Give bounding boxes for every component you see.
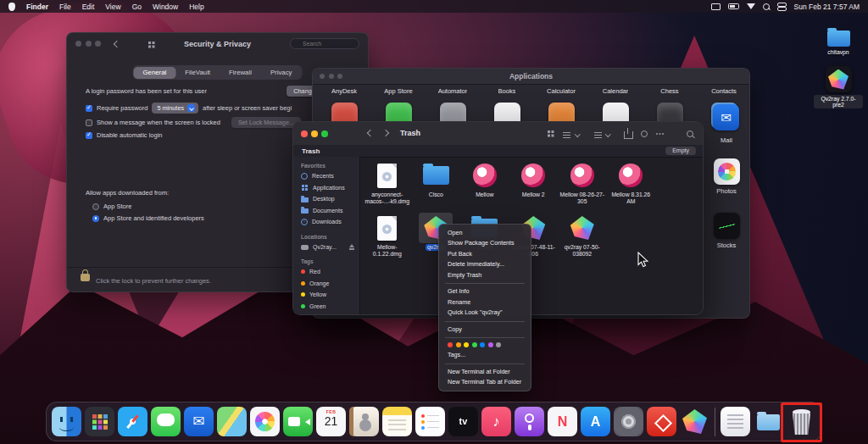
file-item[interactable]: Cisco	[412, 160, 461, 211]
file-item[interactable]: Mellow 08-26-27-305	[558, 160, 607, 211]
search-input[interactable]	[290, 38, 359, 49]
file-item[interactable]: Mellow	[460, 160, 509, 211]
sidebar-item[interactable]: Recents	[293, 170, 359, 182]
context-menu-item[interactable]: Copy	[439, 325, 531, 336]
status-icon[interactable]	[728, 3, 739, 9]
context-menu-item-put-back[interactable]: Put Back	[439, 249, 531, 260]
menu-bar-item[interactable]: Edit	[82, 3, 95, 11]
dock-app[interactable]	[415, 407, 445, 436]
dock-app[interactable]	[283, 407, 313, 436]
desktop-icon-qv2ray[interactable]: Qv2ray 2.7.0-pre2	[814, 66, 863, 108]
app-label[interactable]: AnyDesk	[331, 87, 357, 95]
sidebar-item[interactable]: Documents	[293, 205, 359, 217]
app-label[interactable]: App Store	[384, 87, 412, 95]
status-icon[interactable]	[777, 3, 787, 7]
dock-app[interactable]	[754, 407, 783, 436]
minimize-button[interactable]	[311, 130, 318, 137]
dock-app[interactable]	[515, 407, 544, 436]
more-actions-icon[interactable]	[656, 133, 658, 135]
sidebar-item[interactable]: Desktop	[293, 193, 359, 205]
tag-color-dot[interactable]	[464, 342, 469, 347]
menu-bar-clock[interactable]: Sun Feb 21 7:57 AM	[794, 3, 860, 11]
context-menu-item[interactable]: Quick Look "qv2ray"	[439, 308, 531, 319]
dock-app[interactable]	[481, 407, 511, 436]
share-icon[interactable]	[624, 131, 633, 139]
require-password-checkbox[interactable]	[86, 105, 92, 112]
tag-color-dot[interactable]	[496, 342, 501, 347]
dock-app[interactable]	[52, 407, 81, 436]
app-store-radio[interactable]	[92, 203, 99, 210]
file-item[interactable]: Mellow 8.31.26 AM	[607, 160, 656, 211]
tab[interactable]: General	[134, 67, 176, 79]
tag-color-dot[interactable]	[488, 342, 493, 347]
file-item[interactable]: Mellow-0.1.22.dmg	[363, 213, 412, 264]
tab[interactable]: Privacy	[261, 67, 302, 79]
dock-app[interactable]	[787, 407, 816, 436]
dock-app[interactable]	[250, 407, 280, 436]
disable-auto-login-checkbox[interactable]	[86, 132, 92, 139]
require-password-delay-select[interactable]: 5 minutes	[152, 103, 198, 114]
status-icon[interactable]	[747, 3, 755, 9]
dock-app[interactable]	[680, 407, 709, 436]
app-item-photos[interactable]: Photos	[699, 158, 750, 195]
context-menu-item[interactable]: Delete Immediately...	[439, 259, 531, 270]
context-menu-item[interactable]: Rename	[439, 297, 531, 308]
sidebar-tag-item[interactable]: Orange	[293, 278, 359, 290]
list-view-icon[interactable]	[563, 132, 570, 133]
app-menu-finder[interactable]: Finder	[26, 3, 48, 11]
app-label[interactable]: Contacts	[711, 87, 737, 95]
empty-trash-button[interactable]: Empty	[665, 147, 696, 155]
back-button[interactable]	[367, 130, 374, 136]
status-icon[interactable]	[711, 3, 721, 10]
app-label[interactable]: Calendar	[603, 87, 628, 95]
app-store-identified-radio[interactable]	[92, 215, 99, 222]
dock-app[interactable]	[581, 407, 610, 436]
dock-app[interactable]	[349, 407, 379, 436]
forward-button[interactable]	[382, 130, 389, 136]
context-menu-item[interactable]: New Terminal at Folder	[439, 367, 531, 378]
context-menu-item[interactable]: Show Package Contents	[439, 238, 531, 249]
mail-app-icon[interactable]	[713, 104, 739, 130]
close-button[interactable]	[301, 130, 308, 137]
dock-app[interactable]	[118, 407, 147, 436]
menu-bar-item[interactable]: Help	[189, 3, 203, 11]
tags-icon[interactable]	[641, 130, 648, 137]
sidebar-tag-item[interactable]: Yellow	[293, 289, 359, 301]
tag-color-dot[interactable]	[456, 342, 461, 347]
dock-app[interactable]	[382, 407, 412, 436]
context-menu-item[interactable]: Open	[439, 228, 531, 239]
app-label[interactable]: Automator	[438, 87, 468, 95]
lock-icon[interactable]	[81, 274, 90, 281]
dock-app[interactable]	[647, 407, 676, 436]
sidebar-item-location[interactable]: Qv2ray...	[293, 241, 359, 253]
sidebar-tag-item[interactable]: Green	[293, 301, 359, 313]
zoom-button[interactable]	[321, 130, 328, 137]
tag-color-dot[interactable]	[480, 342, 485, 347]
status-icon[interactable]	[763, 3, 770, 10]
desktop-icon-chitavpn[interactable]: chitavpn	[814, 31, 863, 55]
group-chevron-icon[interactable]	[605, 131, 610, 136]
tag-color-dot[interactable]	[472, 342, 477, 347]
search-icon[interactable]	[687, 130, 693, 137]
tab[interactable]: FileVault	[175, 67, 220, 79]
tab[interactable]: Firewall	[220, 67, 261, 79]
file-item[interactable]: qv2ray 07-50-038092	[558, 213, 607, 264]
app-label[interactable]: Calculator	[547, 87, 576, 95]
file-item[interactable]: Mellow 2	[509, 160, 559, 211]
dock-app[interactable]	[85, 407, 114, 436]
eject-icon[interactable]	[348, 244, 354, 250]
app-item-stocks[interactable]: Stocks	[699, 213, 750, 249]
dock-app[interactable]	[184, 407, 214, 436]
dock-app[interactable]	[448, 407, 478, 436]
tag-color-dot[interactable]	[448, 342, 453, 347]
app-label-mail[interactable]: Mail	[699, 136, 750, 144]
group-by-icon[interactable]	[594, 132, 602, 133]
sidebar-item[interactable]: Downloads	[293, 216, 359, 228]
dock-app[interactable]	[614, 407, 643, 436]
file-item[interactable]: anyconnect-macos-...-k9.dmg	[363, 160, 412, 211]
dock-app[interactable]	[151, 407, 181, 436]
view-chevron-icon[interactable]	[575, 131, 580, 136]
dock-app[interactable]	[217, 407, 247, 436]
menu-bar-item[interactable]: View	[105, 3, 120, 11]
menu-bar-item[interactable]: Go	[132, 3, 142, 11]
